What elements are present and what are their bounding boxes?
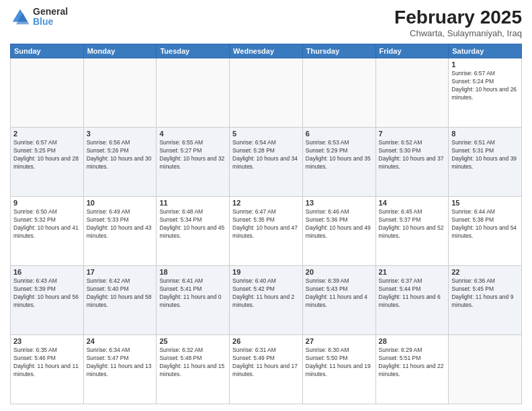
day-info: Sunrise: 6:43 AM Sunset: 5:39 PM Dayligh… <box>13 277 81 310</box>
table-row: 28Sunrise: 6:29 AM Sunset: 5:51 PM Dayli… <box>375 335 449 404</box>
day-info: Sunrise: 6:40 AM Sunset: 5:42 PM Dayligh… <box>232 277 300 310</box>
calendar-week-row: 23Sunrise: 6:35 AM Sunset: 5:46 PM Dayli… <box>11 335 522 404</box>
table-row: 10Sunrise: 6:49 AM Sunset: 5:33 PM Dayli… <box>83 197 157 266</box>
day-number: 21 <box>379 268 446 276</box>
day-info: Sunrise: 6:39 AM Sunset: 5:43 PM Dayligh… <box>306 277 373 310</box>
table-row <box>157 58 230 128</box>
table-row: 13Sunrise: 6:46 AM Sunset: 5:36 PM Dayli… <box>302 197 375 266</box>
table-row: 27Sunrise: 6:30 AM Sunset: 5:50 PM Dayli… <box>302 335 375 404</box>
col-tuesday: Tuesday <box>157 44 230 58</box>
day-info: Sunrise: 6:32 AM Sunset: 5:48 PM Dayligh… <box>159 347 226 379</box>
day-number: 23 <box>13 337 81 345</box>
calendar-week-row: 16Sunrise: 6:43 AM Sunset: 5:39 PM Dayli… <box>11 266 522 335</box>
day-number: 24 <box>87 337 154 345</box>
table-row: 11Sunrise: 6:48 AM Sunset: 5:34 PM Dayli… <box>157 197 230 266</box>
table-row: 24Sunrise: 6:34 AM Sunset: 5:47 PM Dayli… <box>83 335 157 404</box>
table-row: 2Sunrise: 6:57 AM Sunset: 5:25 PM Daylig… <box>11 128 84 197</box>
table-row: 18Sunrise: 6:41 AM Sunset: 5:41 PM Dayli… <box>157 266 230 335</box>
day-number: 8 <box>451 130 519 138</box>
table-row <box>11 58 84 128</box>
table-row <box>449 335 522 404</box>
col-saturday: Saturday <box>449 44 522 58</box>
day-info: Sunrise: 6:50 AM Sunset: 5:32 PM Dayligh… <box>13 208 81 240</box>
calendar-week-row: 2Sunrise: 6:57 AM Sunset: 5:25 PM Daylig… <box>11 128 522 197</box>
table-row: 26Sunrise: 6:31 AM Sunset: 5:49 PM Dayli… <box>230 335 303 404</box>
day-number: 22 <box>451 268 519 276</box>
day-number: 27 <box>306 337 373 345</box>
table-row: 20Sunrise: 6:39 AM Sunset: 5:43 PM Dayli… <box>302 266 375 335</box>
table-row: 22Sunrise: 6:36 AM Sunset: 5:45 PM Dayli… <box>449 266 522 335</box>
day-info: Sunrise: 6:31 AM Sunset: 5:49 PM Dayligh… <box>232 347 300 379</box>
day-info: Sunrise: 6:46 AM Sunset: 5:36 PM Dayligh… <box>306 208 373 240</box>
day-number: 1 <box>451 60 519 68</box>
day-number: 15 <box>451 199 519 207</box>
table-row <box>230 58 303 128</box>
day-info: Sunrise: 6:41 AM Sunset: 5:41 PM Dayligh… <box>159 277 226 310</box>
logo: General Blue <box>10 7 68 28</box>
table-row: 3Sunrise: 6:56 AM Sunset: 5:26 PM Daylig… <box>83 128 157 197</box>
day-info: Sunrise: 6:47 AM Sunset: 5:35 PM Dayligh… <box>232 208 300 240</box>
day-number: 3 <box>87 130 154 138</box>
col-monday: Monday <box>83 44 157 58</box>
table-row: 23Sunrise: 6:35 AM Sunset: 5:46 PM Dayli… <box>11 335 84 404</box>
day-info: Sunrise: 6:36 AM Sunset: 5:45 PM Dayligh… <box>451 277 519 310</box>
calendar-week-row: 1Sunrise: 6:57 AM Sunset: 5:24 PM Daylig… <box>11 58 522 128</box>
calendar-week-row: 9Sunrise: 6:50 AM Sunset: 5:32 PM Daylig… <box>11 197 522 266</box>
day-number: 26 <box>232 337 300 345</box>
table-row: 16Sunrise: 6:43 AM Sunset: 5:39 PM Dayli… <box>11 266 84 335</box>
col-friday: Friday <box>375 44 449 58</box>
day-info: Sunrise: 6:35 AM Sunset: 5:46 PM Dayligh… <box>13 347 81 379</box>
table-row: 17Sunrise: 6:42 AM Sunset: 5:40 PM Dayli… <box>83 266 157 335</box>
day-number: 9 <box>13 199 81 207</box>
title-block: February 2025 Chwarta, Sulaymaniyah, Ira… <box>394 7 522 38</box>
day-number: 4 <box>159 130 226 138</box>
day-info: Sunrise: 6:52 AM Sunset: 5:30 PM Dayligh… <box>379 139 446 171</box>
day-info: Sunrise: 6:55 AM Sunset: 5:27 PM Dayligh… <box>159 139 226 171</box>
logo-general-text: General <box>33 7 68 17</box>
day-number: 13 <box>306 199 373 207</box>
logo-blue-text: Blue <box>33 17 68 27</box>
day-info: Sunrise: 6:37 AM Sunset: 5:44 PM Dayligh… <box>379 277 446 310</box>
table-row: 8Sunrise: 6:51 AM Sunset: 5:31 PM Daylig… <box>449 128 522 197</box>
day-number: 10 <box>87 199 154 207</box>
col-wednesday: Wednesday <box>230 44 303 58</box>
table-row <box>375 58 449 128</box>
table-row: 12Sunrise: 6:47 AM Sunset: 5:35 PM Dayli… <box>230 197 303 266</box>
month-title: February 2025 <box>394 7 522 28</box>
calendar-header-row: Sunday Monday Tuesday Wednesday Thursday… <box>11 44 522 58</box>
day-number: 11 <box>159 199 226 207</box>
day-info: Sunrise: 6:44 AM Sunset: 5:38 PM Dayligh… <box>451 208 519 240</box>
day-number: 17 <box>87 268 154 276</box>
day-info: Sunrise: 6:49 AM Sunset: 5:33 PM Dayligh… <box>87 208 154 240</box>
day-number: 28 <box>379 337 446 345</box>
day-number: 7 <box>379 130 446 138</box>
table-row: 7Sunrise: 6:52 AM Sunset: 5:30 PM Daylig… <box>375 128 449 197</box>
col-thursday: Thursday <box>302 44 375 58</box>
day-number: 12 <box>232 199 300 207</box>
day-info: Sunrise: 6:51 AM Sunset: 5:31 PM Dayligh… <box>451 139 519 171</box>
day-number: 14 <box>379 199 446 207</box>
table-row: 25Sunrise: 6:32 AM Sunset: 5:48 PM Dayli… <box>157 335 230 404</box>
day-info: Sunrise: 6:56 AM Sunset: 5:26 PM Dayligh… <box>87 139 154 171</box>
table-row: 4Sunrise: 6:55 AM Sunset: 5:27 PM Daylig… <box>157 128 230 197</box>
table-row: 6Sunrise: 6:53 AM Sunset: 5:29 PM Daylig… <box>302 128 375 197</box>
day-info: Sunrise: 6:48 AM Sunset: 5:34 PM Dayligh… <box>159 208 226 240</box>
day-info: Sunrise: 6:57 AM Sunset: 5:24 PM Dayligh… <box>451 70 519 102</box>
table-row: 19Sunrise: 6:40 AM Sunset: 5:42 PM Dayli… <box>230 266 303 335</box>
page: General Blue February 2025 Chwarta, Sula… <box>0 0 532 411</box>
table-row: 9Sunrise: 6:50 AM Sunset: 5:32 PM Daylig… <box>11 197 84 266</box>
logo-icon <box>10 7 30 27</box>
day-number: 25 <box>159 337 226 345</box>
table-row: 21Sunrise: 6:37 AM Sunset: 5:44 PM Dayli… <box>375 266 449 335</box>
day-number: 16 <box>13 268 81 276</box>
day-number: 18 <box>159 268 226 276</box>
day-info: Sunrise: 6:57 AM Sunset: 5:25 PM Dayligh… <box>13 139 81 171</box>
day-info: Sunrise: 6:42 AM Sunset: 5:40 PM Dayligh… <box>87 277 154 310</box>
day-number: 2 <box>13 130 81 138</box>
logo-text: General Blue <box>33 7 68 28</box>
day-number: 5 <box>232 130 300 138</box>
day-info: Sunrise: 6:53 AM Sunset: 5:29 PM Dayligh… <box>306 139 373 171</box>
table-row: 14Sunrise: 6:45 AM Sunset: 5:37 PM Dayli… <box>375 197 449 266</box>
day-info: Sunrise: 6:29 AM Sunset: 5:51 PM Dayligh… <box>379 347 446 379</box>
table-row: 1Sunrise: 6:57 AM Sunset: 5:24 PM Daylig… <box>449 58 522 128</box>
